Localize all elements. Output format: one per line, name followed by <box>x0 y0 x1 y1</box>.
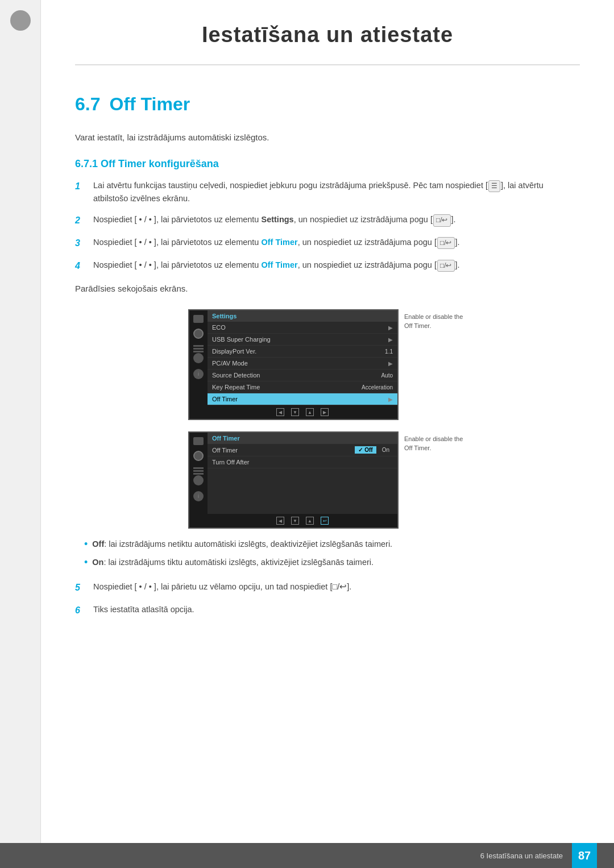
monitor-menu-1: Settings ECO ▶ USB Super Charging ▶ Disp… <box>208 310 397 419</box>
nav-down2: ▼ <box>291 517 299 525</box>
menu-title-settings: Settings <box>208 310 397 322</box>
section-description: Varat iestatīt, lai izstrādājums automāt… <box>75 131 580 144</box>
screen-note: Parādīsies sekojošais ekrāns. <box>75 282 580 296</box>
key-menu: ☰ <box>488 180 500 192</box>
step-4: 4 Nospiediet [ • / • ], lai pārvietotos … <box>75 259 580 273</box>
menu-item-source: Source Detection Auto <box>208 369 397 381</box>
menu-empty-space <box>208 468 397 514</box>
section-heading: 6.7 Off Timer <box>75 88 580 119</box>
nav-right: ▶ <box>321 408 329 416</box>
screen1-monitor: i Settings ECO ▶ USB Super Charging ▶ Di… <box>188 309 399 420</box>
menu-item-offtimer: Off Timer ▶ <box>208 393 397 405</box>
step-1: 1 Lai atvērtu funkcijas taustiņu ceļvedi… <box>75 179 580 205</box>
key-confirm: □/↩ <box>433 214 451 226</box>
page-title: Iestatīšana un atiestate <box>75 23 580 47</box>
key-confirm2: □/↩ <box>437 237 455 249</box>
menu-item-keyrepeat: Key Repeat Time Acceleration <box>208 381 397 393</box>
screens-row: i Settings ECO ▶ USB Super Charging ▶ Di… <box>75 309 580 529</box>
icon-menu2 <box>193 467 204 469</box>
nav-up2: ▲ <box>306 517 314 525</box>
monitor-nav-2: ◀ ▼ ▲ ↩ <box>208 514 397 528</box>
icon-display <box>193 315 204 323</box>
menu-item-eco: ECO ▶ <box>208 322 397 334</box>
bullet-list: • Off: lai izstrādājums netiktu automāti… <box>84 538 580 569</box>
monitor-sidebar-2: i <box>189 433 208 528</box>
screen2-row: i Off Timer Off Timer ✓ Off On <box>75 431 580 529</box>
option-on: On <box>379 446 393 454</box>
icon-settings2 <box>193 475 204 485</box>
page-footer: 6 Iestatīšana un atiestate 87 <box>0 843 614 868</box>
screen2-callout: Enable or disable the Off Timer. <box>404 431 467 529</box>
menu-title-offtimer: Off Timer <box>208 433 397 444</box>
icon-adjust <box>193 329 204 339</box>
left-stripe <box>0 0 41 868</box>
stripe-circle <box>10 10 31 31</box>
step-6: 6 Tiks iestatīta atlasītā opcija. <box>75 603 580 618</box>
bullet-on: • On: lai izstrādājums tiktu automātiski… <box>84 556 580 569</box>
menu-item-usb: USB Super Charging ▶ <box>208 334 397 346</box>
step-3: 3 Nospiediet [ • / • ], lai pārvietotos … <box>75 236 580 251</box>
menu-offtimer-row: Off Timer ✓ Off On <box>208 444 397 456</box>
page-header: Iestatīšana un atiestate <box>75 23 580 65</box>
subsection-heading: 6.7.1 Off Timer konfigurēšana <box>75 158 580 170</box>
submenu-options: ✓ Off On <box>355 446 393 454</box>
bullet-off: • Off: lai izstrādājums netiktu automāti… <box>84 538 580 551</box>
icon-settings <box>193 353 204 363</box>
icon-info2: i <box>193 491 204 501</box>
step-2: 2 Nospiediet [ • / • ], lai pārvietotos … <box>75 213 580 228</box>
nav-left2: ◀ <box>276 517 284 525</box>
option-off: ✓ Off <box>355 446 376 454</box>
menu-item-dp: DisplayPort Ver. 1.1 <box>208 346 397 358</box>
icon-info: i <box>193 369 204 379</box>
steps-list: 1 Lai atvērtu funkcijas taustiņu ceļvedi… <box>75 179 580 273</box>
section-number: 6.7 <box>75 94 100 115</box>
menu-turnoffafter-row: Turn Off After <box>208 456 397 468</box>
icon-menu <box>193 345 204 347</box>
screen2-monitor: i Off Timer Off Timer ✓ Off On <box>188 431 399 529</box>
step-5: 5 Nospiediet [ • / • ], lai pārietu uz v… <box>75 580 580 595</box>
footer-page-number: 87 <box>572 843 597 868</box>
monitor-menu-2: Off Timer Off Timer ✓ Off On Turn Off Af… <box>208 433 397 528</box>
screen1-callout: Enable or disable the Off Timer. <box>404 309 467 420</box>
icon-adjust2 <box>193 451 204 461</box>
nav-down: ▼ <box>291 408 299 416</box>
screen1-row: i Settings ECO ▶ USB Super Charging ▶ Di… <box>75 309 580 420</box>
section-title: Off Timer <box>109 94 190 115</box>
main-content: Iestatīšana un atiestate 6.7 Off Timer V… <box>41 0 614 659</box>
nav-up: ▲ <box>306 408 314 416</box>
icon-display2 <box>193 437 204 445</box>
monitor-nav-1: ◀ ▼ ▲ ▶ <box>208 405 397 419</box>
footer-text: 6 Iestatīšana un atiestate <box>480 852 563 860</box>
nav-enter: ↩ <box>321 517 329 525</box>
nav-left: ◀ <box>276 408 284 416</box>
menu-item-pcav: PC/AV Mode ▶ <box>208 358 397 369</box>
monitor-sidebar-1: i <box>189 310 208 419</box>
key-confirm3: □/↩ <box>437 260 455 272</box>
